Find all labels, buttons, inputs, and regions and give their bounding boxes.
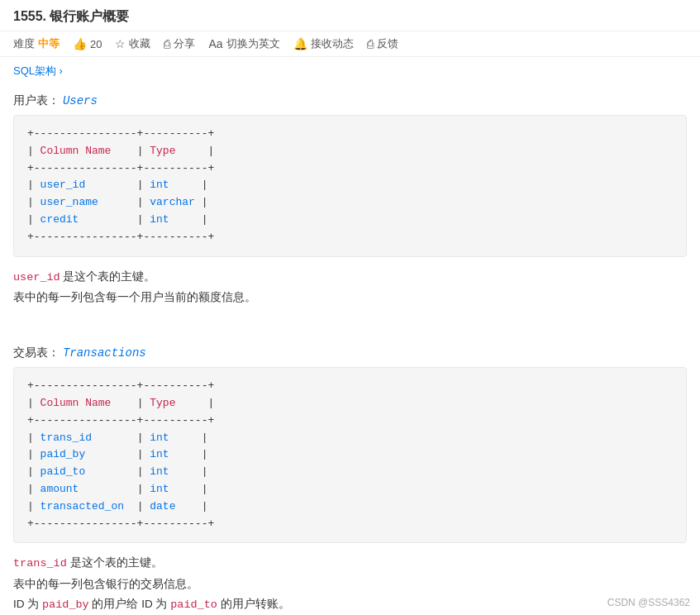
users-desc-line-2: 表中的每一列包含每一个用户当前的额度信息。 [13, 288, 687, 308]
users-desc-line-1: user_id 是这个表的主键。 [13, 267, 687, 288]
page-wrapper: 1555. 银行账户概要 难度 中等 👍 20 ☆ 收藏 ⎙ 分享 Aa 切换为… [0, 0, 700, 615]
section-separator [0, 321, 700, 337]
code-header: | Column Name | Type | [27, 395, 673, 412]
users-section: 用户表： Users +----------------+----------+… [0, 85, 700, 321]
users-row-1: | user_id | int | [27, 177, 673, 194]
difficulty-value: 中等 [38, 36, 60, 51]
transactions-section: 交易表： Transactions +----------------+----… [0, 337, 700, 615]
toolbar: 难度 中等 👍 20 ☆ 收藏 ⎙ 分享 Aa 切换为英文 🔔 接收动态 ⎙ 反… [0, 31, 700, 57]
notify-button[interactable]: 🔔 接收动态 [293, 36, 354, 51]
translate-button[interactable]: Aa 切换为英文 [208, 36, 279, 51]
like-icon: 👍 [73, 37, 87, 50]
trans-row-3: | paid_to | int | [27, 464, 673, 481]
like-button[interactable]: 👍 20 [73, 37, 102, 50]
transactions-section-title: 交易表： Transactions [13, 346, 687, 360]
feedback-button[interactable]: ⎙ 反馈 [367, 36, 398, 51]
code-border-mid: +----------------+----------+ [27, 160, 673, 178]
feedback-icon: ⎙ [367, 37, 374, 50]
code-border-top: +----------------+----------+ [27, 378, 673, 395]
code-border-bot: +----------------+----------+ [27, 516, 673, 533]
trans-desc-line-2: 表中的每一列包含银行的交易信息。 [13, 574, 687, 594]
users-description: user_id 是这个表的主键。 表中的每一列包含每一个用户当前的额度信息。 [13, 264, 687, 308]
code-border-mid: +----------------+----------+ [27, 412, 673, 430]
difficulty-label: 难度 中等 [13, 36, 60, 51]
star-icon: ☆ [115, 37, 126, 50]
transactions-description: trans_id 是这个表的主键。 表中的每一列包含银行的交易信息。 ID 为 … [13, 550, 687, 615]
bell-icon: 🔔 [293, 37, 307, 50]
users-row-2: | user_name | varchar | [27, 194, 673, 212]
trans-row-5: | transacted_on | date | [27, 498, 673, 516]
like-count: 20 [90, 38, 102, 50]
breadcrumb[interactable]: SQL架构 › [0, 57, 700, 85]
trans-desc-line-1: trans_id 是这个表的主键。 [13, 553, 687, 574]
trans-row-2: | paid_by | int | [27, 446, 673, 464]
users-row-3: | credit | int | [27, 212, 673, 229]
trans-row-1: | trans_id | int | [27, 430, 673, 447]
code-border-bot: +----------------+----------+ [27, 229, 673, 246]
collect-button[interactable]: ☆ 收藏 [115, 36, 150, 51]
transactions-code-block: +----------------+----------+ | Column N… [13, 367, 687, 543]
users-code-block: +----------------+----------+ | Column N… [13, 115, 687, 257]
title-bar: 1555. 银行账户概要 [0, 0, 700, 31]
code-header: | Column Name | Type | [27, 143, 673, 160]
translate-icon: Aa [208, 37, 222, 50]
trans-desc-line-3: ID 为 paid_by 的用户给 ID 为 paid_to 的用户转账。 [13, 594, 687, 615]
users-table-name: Users [63, 94, 98, 107]
share-button[interactable]: ⎙ 分享 [164, 36, 195, 51]
page-title: 1555. 银行账户概要 [13, 9, 129, 23]
code-border-top: +----------------+----------+ [27, 126, 673, 143]
users-section-title: 用户表： Users [13, 93, 687, 108]
footer-note: CSDN @SSS4362 [607, 597, 690, 608]
share-icon: ⎙ [164, 37, 170, 50]
transactions-table-name: Transactions [63, 346, 146, 360]
trans-row-4: | amount | int | [27, 481, 673, 498]
